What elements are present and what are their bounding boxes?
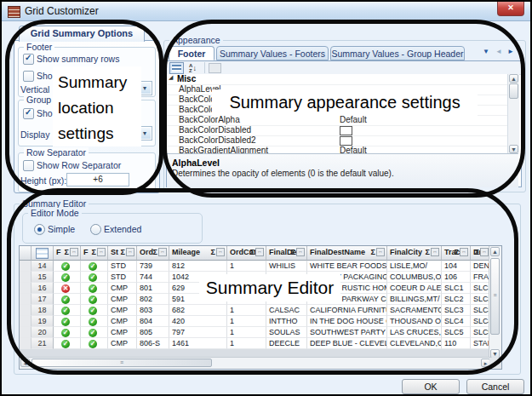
status-cell[interactable]: ✓ xyxy=(54,338,81,349)
sigma-summary-icon[interactable]: Σ xyxy=(153,248,157,256)
grid-cell[interactable]: CMP xyxy=(108,327,137,338)
status-cell[interactable]: ✓ xyxy=(54,261,81,272)
sigma-summary-icon[interactable]: Σ xyxy=(121,248,125,256)
row-indicator-cell[interactable] xyxy=(20,316,31,327)
grid-cell[interactable]: CLEVELAND,OH/ xyxy=(387,338,442,349)
grid-cell[interactable]: SLC2 xyxy=(442,294,471,305)
grid-cell[interactable]: 1 xyxy=(227,305,266,316)
scroll-left-icon[interactable]: ◂ xyxy=(20,359,30,367)
grid-cell[interactable]: 744 xyxy=(137,272,169,283)
grid-cell[interactable]: CMP xyxy=(108,305,137,316)
grid-column-header-st[interactable]: StΣ↔ xyxy=(108,246,137,261)
grid-column-header-finaldestname[interactable]: FinalDestNameΣ↔ xyxy=(307,246,387,261)
grid-column-header-f[interactable]: FΣ↔ xyxy=(54,246,81,261)
grid-cell[interactable]: LISLE,MO/ xyxy=(387,261,442,272)
grid-cell[interactable]: DEECLE xyxy=(266,338,307,349)
summary-pin-icon[interactable]: ↔ xyxy=(158,248,167,256)
summary-pin-icon[interactable]: ↔ xyxy=(255,248,264,256)
row-number-cell[interactable]: 16 xyxy=(31,283,54,294)
grid-cell[interactable]: WHILIS xyxy=(266,261,307,272)
summary-pin-icon[interactable]: ↔ xyxy=(126,248,134,256)
row-number-cell[interactable]: 17 xyxy=(31,294,54,305)
grid-cell[interactable]: DEEP BLUE - CLEVELAND xyxy=(307,338,387,349)
grid-cell[interactable]: 1 xyxy=(227,338,266,349)
tab-pin-icon[interactable]: ▼ xyxy=(483,48,489,55)
grid-hscrollbar[interactable]: ◂ ≡ ▸ xyxy=(20,357,491,369)
row-indicator-cell[interactable] xyxy=(20,294,31,305)
scroll-down-icon[interactable]: ▼ xyxy=(509,145,518,153)
grid-cell[interactable]: 739 xyxy=(137,261,169,272)
grid-cell[interactable]: COLUMBUS,OH/ xyxy=(387,272,442,283)
ok-button[interactable]: OK xyxy=(402,379,460,394)
grid-cell[interactable]: 1461 xyxy=(169,338,227,349)
status-cell[interactable]: ✓ xyxy=(54,327,81,338)
row-indicator-cell[interactable] xyxy=(20,327,31,338)
grid-cell[interactable]: BILLINGS,MT/ xyxy=(387,294,442,305)
grid-cell[interactable]: 1 xyxy=(227,316,266,327)
status-cell[interactable]: ✓ xyxy=(81,261,108,272)
grid-cell[interactable]: STD xyxy=(108,261,137,272)
status-cell[interactable]: ✓ xyxy=(81,316,108,327)
grid-cell[interactable]: 803 xyxy=(137,305,169,316)
grid-cell[interactable]: CALSAC xyxy=(266,305,307,316)
grid-cell[interactable]: 805 xyxy=(137,327,169,338)
grid-cell[interactable]: 682 xyxy=(169,305,227,316)
group-show-checkbox[interactable] xyxy=(23,108,34,119)
status-cell[interactable]: ✓ xyxy=(81,327,108,338)
property-grid-vscrollbar[interactable]: ▲ ▼ xyxy=(507,74,519,153)
grid-column-header-f[interactable]: FΣ↔ xyxy=(81,246,108,261)
color-swatch[interactable] xyxy=(340,126,352,135)
grid-cell[interactable]: 812 xyxy=(169,261,227,272)
tab-scroll-left-icon[interactable]: ◄ xyxy=(495,48,502,55)
alphabetical-sort-icon[interactable]: AZ ↓ xyxy=(186,62,200,74)
grid-cell[interactable]: 106 xyxy=(442,272,471,283)
cancel-button[interactable]: Cancel xyxy=(466,379,524,394)
appearance-tab-summary-values-group-header[interactable]: Summary Values - Group Header xyxy=(330,46,465,60)
property-row[interactable]: BackGradientAlignmentDefault xyxy=(167,146,507,153)
extended-radio[interactable] xyxy=(90,224,101,235)
grid-cell[interactable]: SLC5 xyxy=(442,327,471,338)
grid-column-header-finalcity[interactable]: FinalCityΣ↔ xyxy=(387,246,442,261)
row-number-cell[interactable]: 14 xyxy=(31,261,54,272)
customize-grid-icon[interactable] xyxy=(36,248,49,259)
grid-cell[interactable]: 801 xyxy=(137,283,169,294)
appearance-tab-footer[interactable]: Footer xyxy=(169,46,215,60)
color-swatch[interactable] xyxy=(340,136,352,146)
sigma-summary-icon[interactable]: Σ xyxy=(92,248,96,256)
grid-cell[interactable]: 420 xyxy=(169,316,227,327)
status-cell[interactable]: ✓ xyxy=(54,294,81,305)
row-indicator-cell[interactable] xyxy=(20,305,31,316)
grid-cell[interactable]: 802 xyxy=(137,294,169,305)
grid-cell[interactable]: STD xyxy=(108,272,137,283)
grid-cell[interactable]: 804 xyxy=(137,316,169,327)
status-cell[interactable]: ✓ xyxy=(81,272,108,283)
status-cell[interactable]: ✓ xyxy=(54,305,81,316)
summary-pin-icon[interactable]: ↔ xyxy=(480,248,489,256)
tab-grid-summary-options[interactable]: Grid Summary Options xyxy=(19,26,145,42)
sigma-summary-icon[interactable]: Σ xyxy=(250,248,255,256)
grid-vscrollbar[interactable]: ▲ ≡ ▼ xyxy=(489,246,501,359)
scroll-thumb[interactable]: ≡ xyxy=(490,258,500,335)
grid-cell[interactable]: THOUSAND OA... xyxy=(387,316,442,327)
property-value[interactable]: Default xyxy=(340,115,367,124)
row-number-cell[interactable]: 21 xyxy=(31,338,54,349)
grid-cell[interactable]: SOUTHWEST PARTY S... xyxy=(307,327,387,338)
summary-pin-icon[interactable]: ↔ xyxy=(70,248,78,256)
grid-column-header-ordcnt[interactable]: OrdCntΣ↔ xyxy=(227,246,266,261)
grid-column-header-mileage[interactable]: MileageΣ↔ xyxy=(169,246,227,261)
sigma-summary-icon[interactable]: Σ xyxy=(455,248,459,256)
grid-cell[interactable]: CMP xyxy=(108,294,137,305)
footer-show-checkbox[interactable] xyxy=(23,71,34,82)
scroll-thumb[interactable]: ≡ xyxy=(31,359,212,367)
show-summary-rows-checkbox[interactable] xyxy=(23,54,34,65)
grid-column-header-tract[interactable]: TractΣ↔ xyxy=(442,246,471,261)
grid-cell[interactable]: IN THE DOG HOUSE Q... xyxy=(307,316,387,327)
grid-cell[interactable]: WHITE BEAR FOODS xyxy=(307,261,387,272)
status-cell[interactable]: ✓ xyxy=(81,283,108,294)
appearance-tab-summary-values-footers[interactable]: Summary Values - Footers xyxy=(216,46,329,60)
row-indicator-cell[interactable] xyxy=(20,338,31,349)
height-input[interactable]: +6 xyxy=(66,173,129,187)
status-cell[interactable]: ✓ xyxy=(54,272,81,283)
grid-cell[interactable]: 104 xyxy=(442,261,471,272)
grid-cell[interactable]: SLC4 xyxy=(442,316,471,327)
